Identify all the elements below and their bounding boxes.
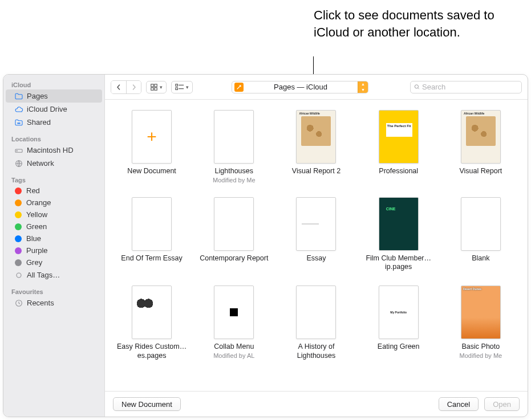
search-input[interactable] [422, 83, 518, 91]
svg-point-0 [17, 123, 18, 124]
doc-thumb [132, 197, 172, 251]
location-label: Pages — iCloud [247, 83, 354, 91]
sidebar: iCloud Pages iCloud Drive Shared Locatio… [3, 75, 105, 417]
sidebar-tag-grey[interactable]: Grey [6, 256, 102, 268]
search-icon [414, 83, 420, 91]
sidebar-item-label: Grey [26, 258, 42, 267]
grid-icon [150, 83, 158, 91]
back-button[interactable] [111, 81, 126, 93]
sidebar-item-label: Network [27, 159, 54, 168]
cloud-icon [14, 104, 23, 114]
doc-label: Contemporary Report [200, 254, 268, 263]
doc-thumb [214, 286, 254, 339]
doc-label: Easy Rides Custom…es.pages [115, 342, 188, 360]
doc-item[interactable]: Lighthouses Modified by Me [197, 110, 270, 184]
chevron-down-icon: ▾ [186, 84, 189, 90]
group-mode-button[interactable]: ▾ [171, 81, 193, 93]
sidebar-item-pages[interactable]: Pages [6, 89, 102, 103]
document-grid: + New Document Lighthouses Modified by M… [115, 110, 517, 360]
svg-point-5 [17, 273, 21, 278]
sidebar-header-icloud: iCloud [3, 79, 104, 89]
doc-thumb [214, 197, 254, 251]
doc-item[interactable]: African Wildlife Visual Report [444, 110, 517, 184]
doc-thumb [379, 197, 419, 251]
search-field[interactable] [410, 81, 522, 93]
sidebar-tag-purple[interactable]: Purple [6, 244, 102, 256]
sidebar-item-icloud-drive[interactable]: iCloud Drive [6, 103, 102, 116]
doc-item[interactable]: Essay [279, 197, 352, 272]
doc-label: Film Club Member…ip.pages [362, 254, 435, 272]
doc-item[interactable]: Blank [444, 197, 517, 272]
sidebar-item-recents[interactable]: Recents [6, 296, 102, 309]
view-mode-button[interactable]: ▾ [146, 81, 167, 93]
sidebar-tag-red[interactable]: Red [6, 185, 102, 197]
forward-button[interactable] [126, 81, 141, 93]
sidebar-item-macintosh-hd[interactable]: Macintosh HD [6, 144, 102, 157]
document-grid-area[interactable]: + New Document Lighthouses Modified by M… [105, 100, 528, 391]
sidebar-item-label: Shared [27, 118, 51, 127]
sidebar-item-label: Macintosh HD [27, 146, 74, 154]
sidebar-all-tags[interactable]: All Tags… [6, 268, 102, 282]
location-popup-button[interactable]: Pages — iCloud ▲▼ [232, 81, 368, 93]
dialog-footer: New Document Cancel Open [105, 391, 528, 417]
svg-rect-8 [155, 84, 157, 86]
doc-sublabel: Modified by Me [213, 177, 256, 184]
new-document-item[interactable]: + New Document [115, 110, 188, 184]
doc-label: Blank [472, 254, 489, 263]
sidebar-item-label: Purple [26, 246, 48, 255]
nav-group [111, 80, 141, 94]
doc-sublabel: Modified by Me [460, 352, 502, 359]
doc-item[interactable]: Contemporary Report [197, 197, 270, 272]
doc-label: Lighthouses [215, 167, 253, 176]
svg-rect-10 [155, 87, 157, 89]
chevron-right-icon [131, 84, 137, 90]
tag-dot-icon [15, 187, 22, 194]
doc-thumb [461, 197, 501, 251]
sidebar-item-label: All Tags… [27, 271, 60, 279]
sidebar-item-label: Orange [26, 198, 51, 207]
doc-item[interactable]: A History of Lighthouses [279, 286, 352, 360]
doc-thumb: African Wildlife [296, 110, 336, 164]
doc-item[interactable]: The Perfect Fit Professional [362, 110, 435, 184]
doc-item[interactable]: End Of Term Essay [115, 197, 188, 272]
toolbar: ▾ ▾ Pages — iCloud ▲▼ [105, 75, 528, 100]
doc-item[interactable]: Film Club Member…ip.pages [362, 197, 435, 272]
sidebar-tag-orange[interactable]: Orange [6, 197, 102, 209]
doc-item[interactable]: African Wildlife Visual Report 2 [279, 110, 352, 184]
doc-item[interactable]: Easy Rides Custom…es.pages [115, 286, 188, 360]
open-button[interactable]: Open [484, 397, 520, 411]
doc-label: A History of Lighthouses [279, 342, 352, 360]
tag-dot-icon [15, 211, 22, 218]
svg-rect-11 [176, 84, 178, 86]
doc-sublabel: Modified by AL [213, 352, 254, 359]
svg-rect-7 [151, 84, 153, 86]
doc-item[interactable]: Collab Menu Modified by AL [197, 286, 270, 360]
new-document-thumb: + [132, 110, 172, 164]
sidebar-tag-yellow[interactable]: Yellow [6, 209, 102, 221]
doc-label: Visual Report 2 [292, 167, 341, 176]
tag-dot-icon [15, 235, 22, 242]
tag-dot-icon [15, 223, 22, 230]
doc-label: End Of Term Essay [121, 254, 182, 263]
doc-label: Professional [379, 167, 418, 176]
sidebar-item-label: Green [26, 222, 47, 231]
shared-folder-icon [14, 117, 23, 127]
new-document-button[interactable]: New Document [113, 397, 181, 411]
sidebar-tag-blue[interactable]: Blue [6, 233, 102, 244]
sidebar-item-label: Pages [27, 92, 48, 100]
doc-item[interactable]: My Portfolio Eating Green [362, 286, 435, 360]
doc-item[interactable]: Desert Dunes Basic Photo Modified by Me [444, 286, 517, 360]
doc-label: Essay [306, 254, 326, 263]
doc-label: Collab Menu [214, 342, 254, 352]
svg-point-3 [17, 150, 17, 151]
cancel-button[interactable]: Cancel [439, 397, 479, 411]
sidebar-item-shared[interactable]: Shared [6, 116, 102, 129]
svg-point-13 [415, 85, 418, 88]
globe-icon [14, 158, 23, 168]
sidebar-item-network[interactable]: Network [6, 157, 102, 170]
all-tags-icon [14, 270, 23, 280]
chevron-left-icon [116, 84, 121, 90]
sidebar-tag-green[interactable]: Green [6, 221, 102, 233]
sidebar-item-label: Recents [27, 299, 54, 307]
doc-thumb [296, 197, 336, 251]
